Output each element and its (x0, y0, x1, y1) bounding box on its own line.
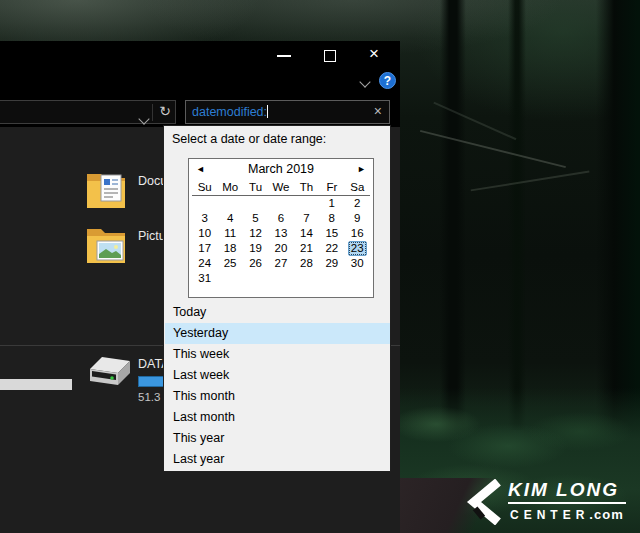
calendar-day[interactable]: 4 (217, 211, 242, 226)
date-range-option-last-year[interactable]: Last year (165, 449, 390, 470)
search-input[interactable]: datemodified: × (185, 100, 390, 124)
clear-search-icon[interactable]: × (374, 103, 382, 119)
calendar-day[interactable]: 30 (345, 256, 370, 271)
calendar-day-label: 25 (221, 256, 240, 271)
calendar-day[interactable]: 27 (268, 256, 293, 271)
calendar-day[interactable]: 21 (294, 241, 319, 256)
calendar-day[interactable]: 23 (345, 241, 370, 256)
calendar-day[interactable]: 15 (319, 226, 344, 241)
address-bar[interactable]: ↻ (0, 100, 176, 124)
calendar-next-icon[interactable]: ► (357, 164, 366, 174)
calendar-day[interactable]: 7 (294, 211, 319, 226)
calendar-weekday-label: We (268, 181, 293, 196)
calendar-day-label (195, 206, 214, 208)
address-bar-divider (152, 104, 153, 121)
pictures-folder-icon (84, 221, 128, 267)
calendar-day[interactable]: 22 (319, 241, 344, 256)
date-range-option-this-week[interactable]: This week (165, 344, 390, 365)
calendar-grid: SuMoTuWeThFrSa 1234567891011121314151617… (192, 181, 370, 286)
calendar-day[interactable]: 8 (319, 211, 344, 226)
calendar-day-label: 27 (271, 256, 290, 271)
calendar-day[interactable]: 31 (192, 271, 217, 286)
maximize-button[interactable] (324, 50, 336, 62)
calendar-day-label (246, 206, 265, 208)
calendar-day[interactable]: 26 (243, 256, 268, 271)
calendar-month-label[interactable]: March 2019 (189, 162, 373, 176)
calendar-day[interactable]: 24 (192, 256, 217, 271)
calendar-day-label: 17 (195, 241, 214, 256)
calendar-day-label: 3 (195, 211, 214, 226)
calendar-day[interactable]: 9 (345, 211, 370, 226)
calendar-day-label: 8 (322, 211, 341, 226)
calendar-day-label (297, 281, 316, 283)
calendar-day-label (271, 206, 290, 208)
calendar-day[interactable]: 3 (192, 211, 217, 226)
calendar-day-label (297, 206, 316, 208)
calendar-day-label: 26 (246, 256, 265, 271)
calendar: ◄ March 2019 ► SuMoTuWeThFrSa 1234567891… (188, 158, 374, 298)
kimlong-watermark: KIM LONG CENTER.com (464, 477, 632, 527)
calendar-day-label: 9 (348, 211, 367, 226)
calendar-day-label: 5 (246, 211, 265, 226)
calendar-day-label: 2 (348, 196, 367, 211)
search-query-text: datemodified: (192, 105, 268, 119)
help-button[interactable]: ? (379, 72, 396, 89)
calendar-day-label (271, 281, 290, 283)
minimize-button[interactable] (277, 55, 291, 57)
calendar-day-label: 16 (348, 226, 367, 241)
text-caret (267, 105, 268, 118)
tree-branch (471, 171, 590, 191)
calendar-day[interactable]: 10 (192, 226, 217, 241)
calendar-empty-cell (294, 271, 319, 286)
calendar-day[interactable]: 6 (268, 211, 293, 226)
calendar-empty-cell (294, 196, 319, 212)
ribbon-collapse-button[interactable] (361, 72, 369, 90)
calendar-day-label: 29 (322, 256, 341, 271)
calendar-empty-cell (192, 196, 217, 212)
date-range-option-today[interactable]: Today (165, 302, 390, 323)
date-range-option-yesterday[interactable]: Yesterday (165, 323, 390, 344)
calendar-day[interactable]: 19 (243, 241, 268, 256)
calendar-day[interactable]: 13 (268, 226, 293, 241)
date-range-option-last-week[interactable]: Last week (165, 365, 390, 386)
calendar-day[interactable]: 5 (243, 211, 268, 226)
calendar-day-label: 28 (297, 256, 316, 271)
calendar-day[interactable]: 2 (345, 196, 370, 212)
watermark-line2: CENTER.com (510, 507, 624, 522)
calendar-weekday-label: Mo (217, 181, 242, 196)
calendar-header: ◄ March 2019 ► (189, 162, 373, 180)
calendar-day[interactable]: 1 (319, 196, 344, 212)
calendar-day[interactable]: 11 (217, 226, 242, 241)
calendar-day-label: 7 (297, 211, 316, 226)
date-range-option-this-year[interactable]: This year (165, 428, 390, 449)
calendar-day[interactable]: 28 (294, 256, 319, 271)
calendar-day[interactable]: 17 (192, 241, 217, 256)
date-range-option-this-month[interactable]: This month (165, 386, 390, 407)
date-picker-dropdown: Select a date or date range: ◄ March 201… (163, 125, 391, 472)
calendar-day[interactable]: 14 (294, 226, 319, 241)
date-range-option-last-month[interactable]: Last month (165, 407, 390, 428)
calendar-day-label: 24 (195, 256, 214, 271)
address-dropdown-button[interactable] (140, 109, 148, 127)
documents-folder-icon (84, 166, 128, 212)
refresh-icon[interactable]: ↻ (159, 103, 171, 119)
calendar-day[interactable]: 25 (217, 256, 242, 271)
calendar-day[interactable]: 29 (319, 256, 344, 271)
calendar-day-label: 21 (297, 241, 316, 256)
calendar-day-label: 1 (322, 196, 341, 211)
calendar-day-label: 15 (322, 226, 341, 241)
calendar-day[interactable]: 18 (217, 241, 242, 256)
calendar-day-label (246, 281, 265, 283)
calendar-day-label (322, 281, 341, 283)
calendar-empty-cell (243, 196, 268, 212)
close-button[interactable]: × (369, 44, 379, 64)
calendar-empty-cell (268, 196, 293, 212)
calendar-day-label: 18 (221, 241, 240, 256)
calendar-weekday-label: Su (192, 181, 217, 196)
partial-drive-capacity-bar (0, 379, 72, 390)
calendar-day[interactable]: 12 (243, 226, 268, 241)
calendar-day[interactable]: 16 (345, 226, 370, 241)
calendar-day-label: 23 (348, 241, 367, 256)
calendar-empty-cell (243, 271, 268, 286)
calendar-day[interactable]: 20 (268, 241, 293, 256)
